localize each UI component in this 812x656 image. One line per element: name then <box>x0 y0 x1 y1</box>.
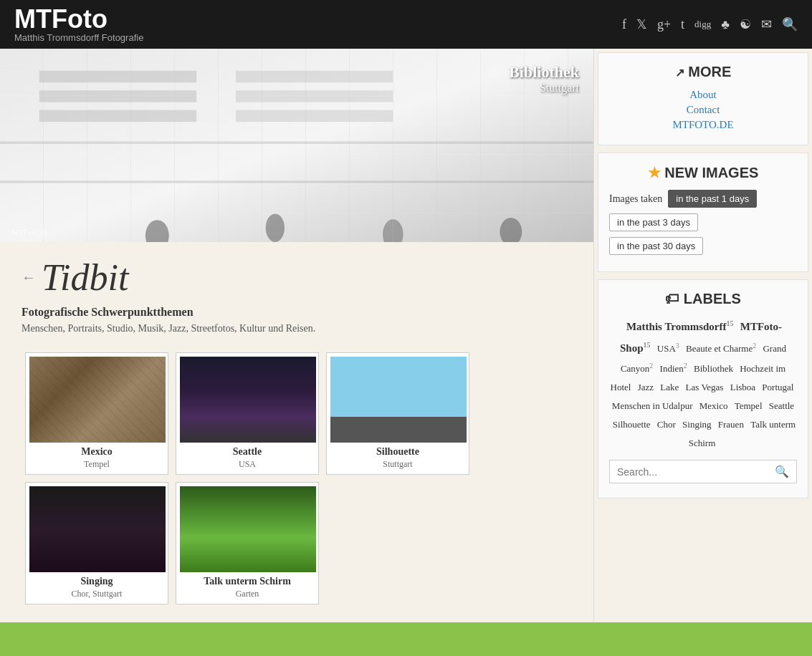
time-btn-1day[interactable]: in the past 1 days <box>668 190 757 208</box>
more-link-mtfoto.de[interactable]: MTFOTO.DE <box>609 119 797 131</box>
svg-rect-0 <box>0 49 593 242</box>
svg-rect-7 <box>236 110 393 122</box>
facebook-icon[interactable]: f <box>622 17 626 32</box>
page-title-row: ← Tidbit <box>22 256 572 299</box>
image-card-mexico[interactable]: Mexico Tempel <box>25 352 168 475</box>
thumb-seattle <box>180 357 316 443</box>
card-subtitle-garden: Garten <box>176 589 318 599</box>
image-card-seattle[interactable]: Seattle USA <box>176 352 319 475</box>
content-body: ← Tidbit Fotografische Schwerpunktthemen… <box>0 242 593 622</box>
time-btn-3days[interactable]: in the past 3 days <box>609 213 698 231</box>
more-links: AboutContactMTFOTO.DE <box>609 89 797 131</box>
svg-rect-8 <box>0 142 593 144</box>
label-frauen[interactable]: Frauen <box>718 419 744 430</box>
star-icon: ★ <box>648 165 661 180</box>
time-btn-30days[interactable]: in the past 30 days <box>609 237 703 255</box>
hero-watermark: ©MTFoto.de <box>6 228 47 236</box>
search-button[interactable]: 🔍 <box>768 460 796 483</box>
more-link-contact[interactable]: Contact <box>609 104 797 116</box>
svg-rect-9 <box>0 180 593 183</box>
main-container: Bibliothek Stuttgart ©MTFoto.de ← Tidbit… <box>0 49 812 622</box>
label-bibliothek[interactable]: Bibliothek <box>694 363 733 374</box>
card-subtitle-singing: Chor, Stuttgart <box>26 589 168 599</box>
more-link-about[interactable]: About <box>609 89 797 101</box>
label-las-vegas[interactable]: Las Vegas <box>686 382 724 392</box>
labels-section: 🏷 LABELS Matthis Trommsdorff15 MTFoto-Sh… <box>598 279 808 498</box>
hero-svg <box>0 49 593 242</box>
hero-label: Bibliothek Stuttgart <box>509 63 579 95</box>
site-header: MTFoto Matthis Trommsdorff Fotografie f … <box>0 0 812 49</box>
card-title-mexico: Mexico <box>26 446 168 458</box>
image-thumb-seattle <box>180 357 316 443</box>
tag-icon: 🏷 <box>665 291 679 307</box>
thumb-silhouette <box>330 357 467 443</box>
logo-title[interactable]: MTFoto <box>14 6 143 32</box>
label-jazz[interactable]: Jazz <box>638 382 654 392</box>
image-thumb-silhouette <box>330 357 467 443</box>
labels-title: 🏷 LABELS <box>609 291 797 307</box>
section-desc: Menschen, Portraits, Studio, Musik, Jazz… <box>22 323 572 334</box>
digg-icon[interactable]: digg <box>694 19 711 30</box>
svg-point-10 <box>145 220 169 242</box>
card-subtitle-seattle: USA <box>176 459 318 470</box>
label-indien[interactable]: Indien2 <box>660 363 687 374</box>
label-singing[interactable]: Singing <box>682 419 711 430</box>
twitter-icon[interactable]: 𝕏 <box>636 16 647 32</box>
stumbleupon-icon[interactable]: ♣ <box>721 17 730 32</box>
sidebar: ↗ MORE AboutContactMTFOTO.DE ★ NEW IMAGE… <box>593 49 812 622</box>
image-card-singing[interactable]: Singing Chor, Stuttgart <box>25 482 168 604</box>
svg-rect-6 <box>236 90 393 102</box>
thumb-mexico <box>29 357 166 443</box>
label-silhouette[interactable]: Silhouette <box>613 419 651 430</box>
thumb-garden <box>180 486 316 572</box>
card-title-silhouette: Silhouette <box>327 446 469 458</box>
label-lake[interactable]: Lake <box>660 382 679 392</box>
content-area: Bibliothek Stuttgart ©MTFoto.de ← Tidbit… <box>0 49 593 622</box>
tumblr-icon[interactable]: t <box>681 17 684 32</box>
label-lisboa[interactable]: Lisboa <box>730 382 755 392</box>
more-section: ↗ MORE AboutContactMTFOTO.DE <box>598 52 808 145</box>
image-grid: Mexico Tempel Seattle USA Silhouette Stu… <box>22 349 572 608</box>
image-thumb-garden <box>180 486 316 572</box>
image-card-silhouette[interactable]: Silhouette Stuttgart <box>326 352 469 475</box>
label-tempel[interactable]: Tempel <box>735 400 763 411</box>
external-link-icon: ↗ <box>675 67 684 79</box>
new-images-title: ★ NEW IMAGES <box>609 164 797 181</box>
page-title: Tidbit <box>42 256 128 299</box>
logo-subtitle: Matthis Trommsdorff Fotografie <box>14 32 143 43</box>
card-subtitle-silhouette: Stuttgart <box>327 459 469 470</box>
label-mexico[interactable]: Mexico <box>699 400 728 411</box>
search-input[interactable] <box>610 460 768 483</box>
svg-point-12 <box>383 219 403 242</box>
label-usa[interactable]: USA3 <box>657 343 679 354</box>
googleplus-icon[interactable]: g+ <box>657 17 671 32</box>
image-card-garden[interactable]: Talk unterm Schirm Garten <box>176 482 319 604</box>
label-matthis-trommsdorff[interactable]: Matthis Trommsdorff15 <box>626 321 734 332</box>
images-taken-label: Images taken <box>609 193 662 205</box>
hero-section: Bibliothek Stuttgart ©MTFoto.de <box>0 49 593 242</box>
new-images-controls: Images taken in the past 1 days <box>609 190 797 208</box>
label-menschen-in-udalpur[interactable]: Menschen in Udalpur <box>612 400 693 411</box>
search-row: 🔍 <box>609 460 797 483</box>
svg-point-13 <box>500 218 522 242</box>
svg-rect-5 <box>236 71 393 82</box>
more-title: ↗ MORE <box>609 64 797 80</box>
card-title-seattle: Seattle <box>176 446 318 458</box>
svg-point-11 <box>266 213 285 241</box>
hero-label-sub: Stuttgart <box>509 82 579 95</box>
back-button[interactable]: ← <box>22 269 36 286</box>
hero-label-main: Bibliothek <box>509 63 579 82</box>
label-beaute-et-charme[interactable]: Beaute et Charme2 <box>686 343 756 354</box>
logo-area: MTFoto Matthis Trommsdorff Fotografie <box>14 6 143 43</box>
label-seattle[interactable]: Seattle <box>769 400 794 411</box>
reddit-icon[interactable]: ☯ <box>740 16 751 32</box>
header-icons: f 𝕏 g+ t digg ♣ ☯ ✉ 🔍 <box>622 16 798 32</box>
thumb-singing <box>29 486 166 572</box>
svg-rect-3 <box>39 90 196 102</box>
label-chor[interactable]: Chor <box>657 419 676 430</box>
labels-content: Matthis Trommsdorff15 MTFoto-Shop15 USA3… <box>609 316 797 453</box>
card-title-singing: Singing <box>26 576 168 587</box>
label-portugal[interactable]: Portugal <box>762 382 793 392</box>
email-icon[interactable]: ✉ <box>761 16 772 32</box>
search-icon[interactable]: 🔍 <box>782 16 798 32</box>
